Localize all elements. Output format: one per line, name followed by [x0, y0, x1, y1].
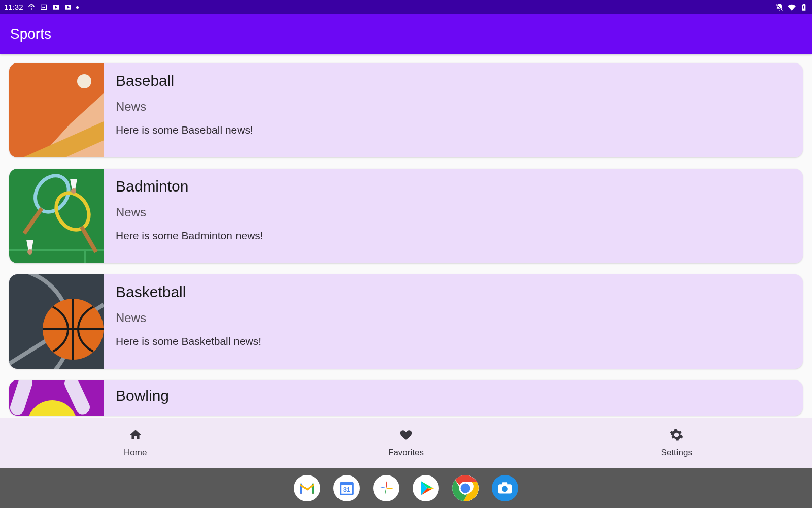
- card-body: Badminton News Here is some Badminton ne…: [104, 169, 276, 263]
- list-item[interactable]: Bowling: [9, 380, 803, 416]
- card-desc: Here is some Badminton news!: [116, 230, 263, 242]
- nav-favorites[interactable]: Favorites: [270, 418, 541, 468]
- svg-point-12: [27, 249, 32, 255]
- badminton-thumb: [9, 169, 104, 263]
- card-desc: Here is some Baseball news!: [116, 124, 253, 136]
- svg-text:31: 31: [343, 486, 351, 493]
- dock-play-store[interactable]: [413, 475, 439, 501]
- card-title: Bowling: [116, 387, 169, 404]
- bowling-thumb: [9, 380, 104, 416]
- system-status-bar: 11:32: [0, 0, 812, 14]
- more-notifications-dot: [76, 6, 79, 9]
- dock-chrome[interactable]: [452, 475, 479, 501]
- svg-marker-9: [70, 179, 77, 190]
- baseball-thumb: [9, 63, 104, 157]
- calendar-icon: 31: [336, 478, 357, 498]
- svg-point-7: [50, 187, 95, 236]
- card-title: Baseball: [116, 72, 253, 89]
- list-item[interactable]: Baseball News Here is some Baseball news…: [9, 63, 803, 157]
- app-title: Sports: [10, 26, 51, 42]
- card-body: Basketball News Here is some Basketball …: [104, 274, 274, 369]
- card-title: Badminton: [116, 178, 263, 195]
- svg-point-28: [502, 486, 508, 492]
- bottom-nav: Home Favorites Settings: [0, 418, 812, 468]
- card-desc: Here is some Basketball news!: [116, 335, 261, 347]
- nav-label: Favorites: [388, 448, 424, 458]
- svg-point-2: [77, 74, 91, 88]
- svg-point-10: [71, 188, 76, 194]
- list-item[interactable]: Basketball News Here is some Basketball …: [9, 274, 803, 369]
- status-left-cluster: 11:32: [4, 0, 79, 14]
- dock-calendar[interactable]: 31: [333, 475, 360, 501]
- svg-rect-6: [23, 207, 44, 235]
- card-section: News: [116, 205, 263, 219]
- status-clock: 11:32: [4, 0, 23, 14]
- app-bar: Sports: [0, 14, 812, 54]
- card-body: Bowling: [104, 380, 181, 416]
- youtube-icon: [64, 3, 72, 11]
- basketball-thumb: [9, 274, 104, 369]
- status-right-cluster: [775, 3, 808, 11]
- picture-icon: [40, 3, 48, 11]
- chrome-icon: [452, 475, 479, 501]
- dock-gmail[interactable]: [294, 475, 320, 501]
- card-section: News: [116, 311, 261, 325]
- wifi-icon: [788, 3, 796, 11]
- card-body: Baseball News Here is some Baseball news…: [104, 63, 265, 157]
- gmail-icon: [297, 478, 317, 498]
- hotspot-icon: [27, 3, 36, 11]
- nav-label: Settings: [661, 448, 692, 458]
- photos-icon: [376, 478, 396, 498]
- card-title: Basketball: [116, 283, 261, 301]
- home-icon: [129, 428, 142, 441]
- svg-rect-16: [9, 380, 35, 416]
- nav-label: Home: [124, 448, 147, 458]
- gear-icon: [670, 428, 683, 441]
- sports-list[interactable]: Baseball News Here is some Baseball news…: [0, 54, 812, 418]
- youtube-icon: [52, 3, 60, 11]
- dnd-off-icon: [775, 3, 784, 11]
- dock-photos[interactable]: [373, 475, 399, 501]
- dock-camera[interactable]: [492, 475, 518, 501]
- system-dock: 31: [0, 468, 812, 508]
- heart-icon: [399, 428, 413, 441]
- card-section: News: [116, 100, 253, 114]
- list-item[interactable]: Badminton News Here is some Badminton ne…: [9, 169, 803, 263]
- camera-icon: [496, 480, 514, 497]
- battery-charging-icon: [800, 3, 808, 11]
- nav-settings[interactable]: Settings: [542, 418, 812, 468]
- nav-home[interactable]: Home: [0, 418, 270, 468]
- play-store-icon: [416, 478, 436, 498]
- svg-point-18: [27, 400, 78, 416]
- svg-rect-27: [502, 482, 507, 485]
